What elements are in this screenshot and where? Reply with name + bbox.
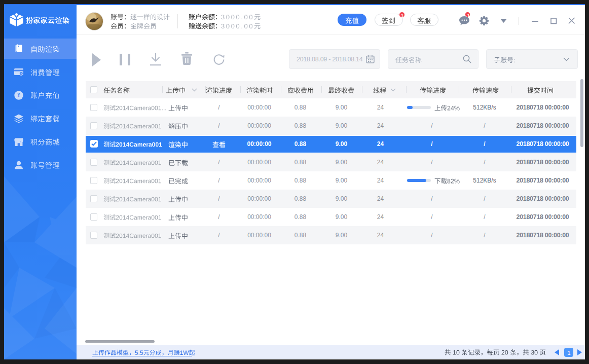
svg-text:¥: ¥ (17, 92, 20, 98)
